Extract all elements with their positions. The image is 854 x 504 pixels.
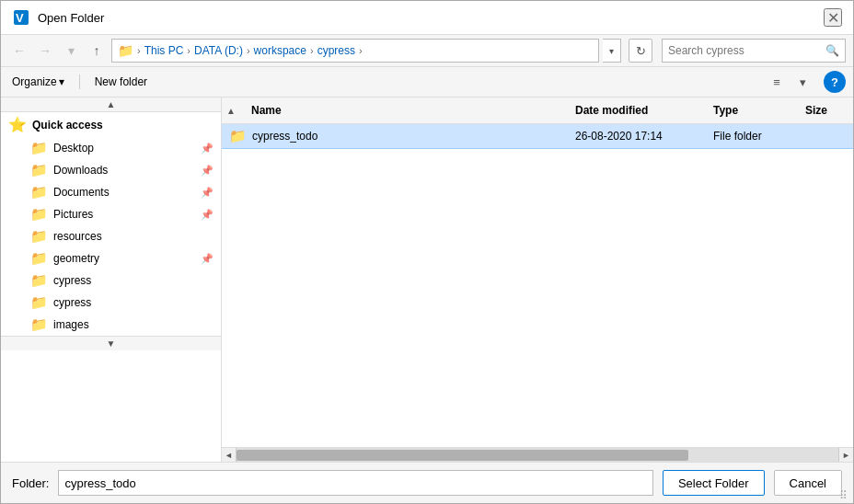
folder-input[interactable] xyxy=(58,470,652,496)
folder-icon-desktop: 📁 xyxy=(30,140,48,156)
breadcrumb-this-pc[interactable]: This PC xyxy=(144,44,184,57)
quick-access-header[interactable]: ⭐ Quick access xyxy=(1,112,221,137)
column-header-size[interactable]: Size xyxy=(798,104,853,117)
back-icon: ← xyxy=(13,43,26,58)
file-list: 📁 cypress_todo 26-08-2020 17:14 File fol… xyxy=(222,124,853,447)
back-button[interactable]: ← xyxy=(8,40,30,62)
nav-label-resources: resources xyxy=(53,230,102,243)
resize-handle[interactable]: ⠿ xyxy=(839,489,850,500)
nav-item-desktop[interactable]: 📁 Desktop 📌 xyxy=(1,137,221,159)
breadcrumb-sep-4: › xyxy=(359,45,363,56)
column-header-type[interactable]: Type xyxy=(706,104,798,117)
search-icon[interactable]: 🔍 xyxy=(825,44,839,57)
dialog-icon: V xyxy=(12,8,30,27)
svg-text:V: V xyxy=(16,11,24,25)
title-bar: V Open Folder ✕ xyxy=(1,1,853,35)
file-type-label: File folder xyxy=(713,130,762,143)
nav-label-downloads: Downloads xyxy=(53,164,108,177)
breadcrumb[interactable]: 📁 › This PC › DATA (D:) › workspace › cy… xyxy=(111,39,599,63)
nav-label-geometry: geometry xyxy=(53,252,99,265)
nav-item-geometry[interactable]: 📁 geometry 📌 xyxy=(1,247,221,269)
file-name-col: 📁 cypress_todo xyxy=(222,128,568,144)
scroll-up-button[interactable]: ▲ xyxy=(1,97,221,112)
view-icon: ≡ xyxy=(773,75,780,89)
hscroll-track[interactable] xyxy=(237,448,838,462)
cancel-button[interactable]: Cancel xyxy=(774,470,842,496)
close-button[interactable]: ✕ xyxy=(824,8,842,27)
refresh-icon: ↻ xyxy=(636,44,646,58)
scroll-down-icon: ▼ xyxy=(107,338,116,349)
column-type-label: Type xyxy=(713,104,738,117)
pin-icon-pictures: 📌 xyxy=(201,209,214,221)
folder-icon-downloads: 📁 xyxy=(30,162,48,178)
help-button[interactable]: ? xyxy=(824,71,846,93)
breadcrumb-workspace[interactable]: workspace xyxy=(254,44,306,57)
forward-button[interactable]: → xyxy=(34,40,56,62)
nav-item-cypress-2[interactable]: 📁 cypress xyxy=(1,292,221,314)
help-icon: ? xyxy=(831,75,838,89)
breadcrumb-sep-3: › xyxy=(310,45,314,56)
nav-item-resources[interactable]: 📁 resources xyxy=(1,225,221,247)
hscroll-left-icon: ◄ xyxy=(225,451,233,460)
search-box: 🔍 xyxy=(662,39,846,63)
refresh-button[interactable]: ↻ xyxy=(629,39,652,63)
folder-icon-cypress-2: 📁 xyxy=(30,294,48,311)
folder-icon-cypress-1: 📁 xyxy=(30,272,48,289)
view-details-button[interactable]: ≡ xyxy=(765,71,789,93)
view-dropdown-button[interactable]: ▾ xyxy=(791,71,814,93)
up-button[interactable]: ↑ xyxy=(86,40,108,62)
sort-up-indicator: ▲ xyxy=(222,101,240,120)
breadcrumb-dropdown[interactable]: ▾ xyxy=(603,39,621,63)
search-input[interactable] xyxy=(668,44,825,57)
file-folder-icon: 📁 xyxy=(229,128,247,144)
breadcrumb-sep-2: › xyxy=(247,45,250,56)
new-folder-label: New folder xyxy=(95,75,147,88)
nav-item-cypress-1[interactable]: 📁 cypress xyxy=(1,269,221,292)
column-header-name[interactable]: Name xyxy=(244,104,568,117)
pin-icon-geometry: 📌 xyxy=(201,253,214,265)
nav-label-images: images xyxy=(53,318,89,331)
nav-label-cypress-1: cypress xyxy=(53,274,91,287)
breadcrumb-sep-1: › xyxy=(187,45,190,56)
hscroll-right-button[interactable]: ► xyxy=(838,448,853,463)
up-icon: ↑ xyxy=(94,43,100,58)
breadcrumb-cypress[interactable]: cypress xyxy=(317,44,355,57)
column-date-label: Date modified xyxy=(575,104,648,117)
folder-icon-resources: 📁 xyxy=(30,228,48,245)
file-type-col: File folder xyxy=(706,130,798,143)
select-folder-button[interactable]: Select Folder xyxy=(663,470,765,496)
file-row-cypress-todo[interactable]: 📁 cypress_todo 26-08-2020 17:14 File fol… xyxy=(222,124,853,149)
scroll-up-icon: ▲ xyxy=(107,99,116,109)
nav-label-desktop: Desktop xyxy=(53,142,94,155)
organize-dropdown-icon: ▾ xyxy=(59,75,64,88)
pin-icon-desktop: 📌 xyxy=(201,143,214,155)
breadcrumb-data-d[interactable]: DATA (D:) xyxy=(194,44,243,57)
pin-icon-downloads: 📌 xyxy=(201,165,214,177)
nav-item-pictures[interactable]: 📁 Pictures 📌 xyxy=(1,203,221,225)
folder-icon-images: 📁 xyxy=(30,316,48,333)
scroll-down-button[interactable]: ▼ xyxy=(1,336,221,350)
nav-item-images[interactable]: 📁 images xyxy=(1,314,221,336)
star-icon: ⭐ xyxy=(8,116,27,133)
folder-icon-geometry: 📁 xyxy=(30,250,48,267)
left-panel: ▲ ⭐ Quick access 📁 Desktop 📌 📁 Downloads… xyxy=(1,97,222,462)
nav-item-documents[interactable]: 📁 Documents 📌 xyxy=(1,181,221,203)
navigation-toolbar: ← → ▾ ↑ 📁 › This PC › DATA (D:) › worksp… xyxy=(1,35,853,67)
hscroll-left-button[interactable]: ◄ xyxy=(222,448,237,463)
organize-button[interactable]: Organize ▾ xyxy=(8,74,68,90)
new-folder-button[interactable]: New folder xyxy=(91,74,151,90)
column-name-label: Name xyxy=(251,104,282,117)
hscroll-right-icon: ► xyxy=(842,451,850,460)
nav-item-downloads[interactable]: 📁 Downloads 📌 xyxy=(1,159,221,181)
command-bar: Organize ▾ New folder ≡ ▾ ? xyxy=(1,67,853,97)
quick-access-label: Quick access xyxy=(32,119,103,132)
folder-icon-pictures: 📁 xyxy=(30,206,48,223)
cmd-separator xyxy=(79,74,80,89)
forward-dropdown-button[interactable]: ▾ xyxy=(60,40,82,62)
forward-dropdown-icon: ▾ xyxy=(68,43,75,58)
column-header-date[interactable]: Date modified xyxy=(568,104,706,117)
hscroll-thumb[interactable] xyxy=(237,450,688,461)
nav-label-cypress-2: cypress xyxy=(53,296,91,309)
dialog-title: Open Folder xyxy=(38,11,824,25)
view-dropdown-icon: ▾ xyxy=(800,75,806,89)
